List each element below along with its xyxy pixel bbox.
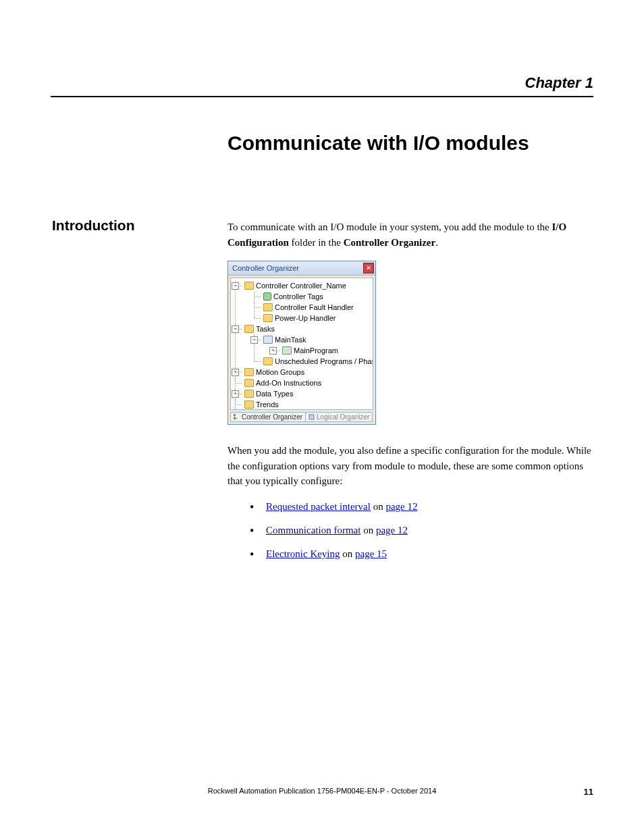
link-page-12a[interactable]: page 12 xyxy=(385,501,417,512)
tree-unscheduled[interactable]: Unscheduled Programs / Phases xyxy=(275,357,373,366)
bullet-list: Requested packet interval on page 12 Com… xyxy=(250,500,593,571)
tree-controller-tags[interactable]: Controller Tags xyxy=(273,292,323,301)
panel-titlebar: Controller Organizer ✕ xyxy=(228,261,375,276)
intro-text-1: To communicate with an I/O module in you… xyxy=(227,221,552,232)
page-title: Communicate with I/O modules xyxy=(227,132,529,155)
bullet-item-rpi: Requested packet interval on page 12 xyxy=(250,500,593,514)
close-icon[interactable]: ✕ xyxy=(363,263,374,273)
expand-icon[interactable]: + xyxy=(232,390,239,398)
footer-publication: Rockwell Automation Publication 1756-PM0… xyxy=(78,787,566,797)
bullet-text: on xyxy=(360,525,376,536)
folder-icon xyxy=(244,379,254,387)
link-page-15[interactable]: page 15 xyxy=(355,548,387,559)
folder-icon xyxy=(263,303,273,311)
tree-mainprogram[interactable]: MainProgram xyxy=(294,346,338,355)
tree-fault-handler[interactable]: Controller Fault Handler xyxy=(275,303,354,312)
folder-icon xyxy=(244,325,254,333)
expand-icon[interactable]: − xyxy=(250,336,258,344)
tab-inactive-label: Logical Organizer xyxy=(317,413,369,421)
tree-view[interactable]: − Controller Controller_Name Controller … xyxy=(230,278,373,410)
folder-icon xyxy=(244,368,254,376)
footer-page-number: 11 xyxy=(566,787,593,797)
expand-icon[interactable]: + xyxy=(232,369,239,376)
folder-icon xyxy=(263,314,273,322)
svg-rect-2 xyxy=(309,415,314,419)
controller-organizer-panel: Controller Organizer ✕ − Controller Cont… xyxy=(227,261,376,425)
page-footer: Rockwell Automation Publication 1756-PM0… xyxy=(51,787,593,797)
expand-icon[interactable]: − xyxy=(232,282,239,290)
bullet-text: on xyxy=(340,548,356,559)
svg-rect-1 xyxy=(234,417,236,419)
link-rpi[interactable]: Requested packet interval xyxy=(266,501,371,512)
tree-data-types[interactable]: Data Types xyxy=(256,389,293,398)
program-icon xyxy=(282,346,292,355)
intro-paragraph: To communicate with an I/O module in you… xyxy=(227,219,593,250)
bullet-text: on xyxy=(371,501,386,512)
bullet-item-commformat: Communication format on page 12 xyxy=(250,523,593,538)
tab-logical-organizer[interactable]: Logical Organizer xyxy=(306,412,373,422)
folder-icon xyxy=(244,282,254,290)
chapter-label: Chapter 1 xyxy=(51,74,593,92)
tree-root[interactable]: Controller Controller_Name xyxy=(256,281,346,290)
tree-icon xyxy=(234,414,240,420)
section-heading-introduction: Introduction xyxy=(52,217,134,234)
tab-controller-organizer[interactable]: Controller Organizer xyxy=(230,412,306,422)
intro-bold-2: Controller Organizer xyxy=(344,237,436,248)
expand-icon[interactable]: − xyxy=(232,325,239,333)
tree-addon[interactable]: Add-On Instructions xyxy=(256,378,321,388)
folder-icon xyxy=(244,390,254,398)
tag-icon xyxy=(263,292,271,301)
expand-icon[interactable]: + xyxy=(269,347,277,355)
intro-text-3: . xyxy=(435,237,438,248)
body-paragraph-2: When you add the module, you also define… xyxy=(227,443,593,489)
svg-rect-0 xyxy=(234,414,236,416)
link-commformat[interactable]: Communication format xyxy=(266,525,360,536)
task-icon xyxy=(263,336,273,344)
tree-tasks[interactable]: Tasks xyxy=(256,324,275,334)
link-page-12b[interactable]: page 12 xyxy=(376,525,408,536)
tree-trends[interactable]: Trends xyxy=(256,400,279,409)
tree-motion-groups[interactable]: Motion Groups xyxy=(256,367,304,377)
intro-text-2: folder in the xyxy=(289,237,344,248)
folder-icon xyxy=(244,400,254,409)
header-rule xyxy=(51,96,593,97)
panel-title-text: Controller Organizer xyxy=(232,264,299,272)
link-ekeying[interactable]: Electronic Keying xyxy=(266,548,340,559)
panel-tabs: Controller Organizer Logical Organizer xyxy=(230,412,373,422)
tab-active-label: Controller Organizer xyxy=(242,413,302,421)
tree-powerup-handler[interactable]: Power-Up Handler xyxy=(275,313,336,323)
model-icon xyxy=(308,414,315,420)
tree-maintask[interactable]: MainTask xyxy=(275,335,306,344)
bullet-item-ekeying: Electronic Keying on page 15 xyxy=(250,547,593,561)
folder-icon xyxy=(263,357,273,365)
